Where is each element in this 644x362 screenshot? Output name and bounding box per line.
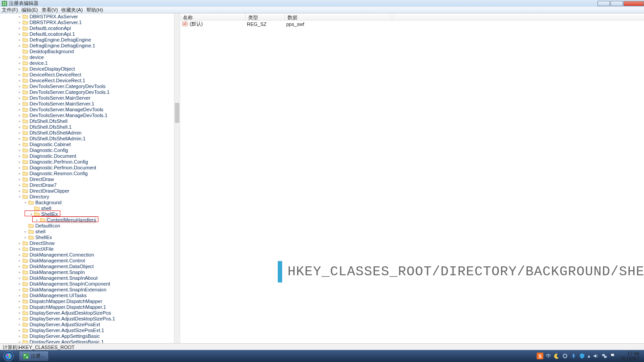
expand-toggle-icon[interactable]: ▹ xyxy=(17,264,22,269)
tree-node[interactable]: DefaultIcon xyxy=(0,223,174,228)
mic-icon[interactable] xyxy=(571,353,576,359)
value-row[interactable]: ab (默认) REG_SZ pps_swf xyxy=(180,21,644,27)
expand-toggle-icon[interactable]: ▹ xyxy=(17,43,22,48)
expand-toggle-icon[interactable]: ▹ xyxy=(17,177,22,181)
tree-node[interactable]: ▹DefragEngine.DefragEngine xyxy=(0,37,174,42)
tree-node[interactable]: ▹Diagnostic.Config xyxy=(0,147,174,153)
expand-toggle-icon[interactable]: ▿ xyxy=(17,194,22,199)
expand-toggle-icon[interactable]: ▹ xyxy=(17,38,22,42)
expand-toggle-icon[interactable]: ▹ xyxy=(17,142,22,147)
tree-node[interactable]: ▹Diagnostic.Perfmon.Config xyxy=(0,159,174,164)
tree-node[interactable]: ▹shell xyxy=(0,228,174,234)
expand-toggle-icon[interactable]: ▹ xyxy=(17,270,22,274)
expand-toggle-icon[interactable]: ▹ xyxy=(17,113,22,118)
tree-node[interactable]: ▹DiskManagement.SnapInExtension xyxy=(0,286,174,292)
expand-toggle-icon[interactable]: ▹ xyxy=(17,84,22,88)
tree-node[interactable]: ▹DirectDrawClipper xyxy=(0,188,174,194)
tree-scrollbar[interactable] xyxy=(174,13,180,343)
expand-toggle-icon[interactable]: ▹ xyxy=(17,165,22,170)
tree-node[interactable]: ▹DiskManagement.DataObject xyxy=(0,263,174,269)
tree-node[interactable]: ▹DiskManagement.SnapIn xyxy=(0,269,174,275)
tree-node[interactable]: ▹DeviceRect.DeviceRect xyxy=(0,72,174,77)
registry-tree[interactable]: ▹DBRSTPRX.AsServer▹DBRSTPRX.AsServer.1▹D… xyxy=(0,13,174,343)
expand-toggle-icon[interactable]: ▹ xyxy=(17,247,22,251)
expand-toggle-icon[interactable]: ▹ xyxy=(17,282,22,286)
menu-help[interactable]: 帮助(H) xyxy=(86,7,103,13)
shield-icon[interactable] xyxy=(579,353,585,359)
expand-toggle-icon[interactable]: ▹ xyxy=(17,299,22,303)
ime-mode-icon[interactable]: 中 xyxy=(546,353,551,359)
expand-toggle-icon[interactable]: ▹ xyxy=(17,26,22,30)
tree-node[interactable]: ▹DevToolsServer.MainServer.1 xyxy=(0,101,174,106)
expand-toggle-icon[interactable]: ▹ xyxy=(17,67,22,71)
menu-favorites[interactable]: 收藏夹(A) xyxy=(61,7,83,13)
tree-node[interactable]: ▹DirectDraw xyxy=(0,176,174,182)
tree-node[interactable]: ▹DevToolsServer.ManageDevTools xyxy=(0,106,174,112)
tree-node[interactable]: ▹DefaultLocationApi.1 xyxy=(0,31,174,37)
tree-node[interactable]: ▹DiskManagement.SnapInComponent xyxy=(0,281,174,286)
expand-toggle-icon[interactable]: ▹ xyxy=(17,72,22,77)
tree-node[interactable]: ▹DisplayServer.AppSettingsBasic xyxy=(0,333,174,339)
col-name[interactable]: 名称 xyxy=(180,13,246,20)
expand-toggle-icon[interactable]: ▹ xyxy=(17,20,22,25)
tree-node[interactable]: ▹ContextMenuHandlers xyxy=(0,217,174,223)
tree-node[interactable]: ▹DisplayServer.AdjustDesktopSizePos xyxy=(0,310,174,316)
tree-node[interactable]: ▹DBRSTPRX.AsServer xyxy=(0,13,174,19)
settings-icon[interactable] xyxy=(562,353,568,359)
maximize-button[interactable] xyxy=(610,1,623,6)
tree-node[interactable]: ▹Diagnostic.Document xyxy=(0,153,174,159)
expand-toggle-icon[interactable]: ▹ xyxy=(17,107,22,112)
expand-toggle-icon[interactable]: ▹ xyxy=(17,125,22,129)
tree-node[interactable]: ▹Diagnostic.Cabinet xyxy=(0,141,174,147)
expand-toggle-icon[interactable]: ▹ xyxy=(17,241,22,245)
expand-toggle-icon[interactable]: ▹ xyxy=(17,136,22,141)
tree-node[interactable]: ▹DevToolsServer.CategoryDevTools xyxy=(0,83,174,89)
tree-node[interactable]: ▹DeviceDisplayObject xyxy=(0,66,174,72)
expand-toggle-icon[interactable]: ▹ xyxy=(17,32,22,36)
network-icon[interactable] xyxy=(602,353,607,359)
tree-node[interactable]: ▹DfsShell.DfsShellAdmin.1 xyxy=(0,135,174,141)
tree-node[interactable]: ▹DefragEngine.DefragEngine.1 xyxy=(0,42,174,48)
expand-toggle-icon[interactable]: ▹ xyxy=(17,293,22,298)
tree-node[interactable]: ▹Diagnostic.Resmon.Config xyxy=(0,170,174,176)
tree-node[interactable]: ▹DfsShell.DfsShell xyxy=(0,118,174,124)
expand-toggle-icon[interactable]: ▹ xyxy=(17,160,22,164)
tree-node[interactable]: ▹DirectXFile xyxy=(0,246,174,252)
expand-toggle-icon[interactable]: ▹ xyxy=(17,311,22,315)
expand-toggle-icon[interactable]: ▹ xyxy=(17,148,22,152)
tree-node[interactable]: ▹DiskManagement.UITasks xyxy=(0,292,174,298)
menu-edit[interactable]: 编辑(E) xyxy=(21,7,38,13)
ime-sogou-icon[interactable]: S xyxy=(537,353,543,359)
tree-node[interactable]: ▿Background xyxy=(0,199,174,205)
tree-node[interactable]: ▹DisplayServer.AdjustSizePosExt.1 xyxy=(0,327,174,333)
tree-node[interactable]: ▹DfsShell.DfsShellAdmin xyxy=(0,130,174,135)
expand-toggle-icon[interactable]: ▹ xyxy=(17,96,22,100)
tree-node[interactable]: ▹DisplayServer.AppSettingsBasic.1 xyxy=(0,339,174,343)
tree-node[interactable]: ▹DevToolsServer.MainServer xyxy=(0,95,174,101)
expand-toggle-icon[interactable]: ▹ xyxy=(17,61,22,65)
tree-node[interactable]: ▹DefaultLocationApi xyxy=(0,25,174,31)
expand-toggle-icon[interactable]: ▹ xyxy=(17,90,22,94)
tree-node[interactable]: ▿Directory xyxy=(0,194,174,199)
tree-node[interactable]: ▿ShellEx xyxy=(0,211,174,217)
expand-toggle-icon[interactable]: ▹ xyxy=(17,154,22,158)
col-data[interactable]: 数据 xyxy=(285,13,392,20)
expand-toggle-icon[interactable]: ▹ xyxy=(17,253,22,257)
tree-node[interactable]: DesktopBackground xyxy=(0,48,174,54)
expand-toggle-icon[interactable]: ▹ xyxy=(17,328,22,333)
tree-node[interactable]: ▹DiskManagement.Control xyxy=(0,257,174,263)
expand-toggle-icon[interactable]: ▹ xyxy=(17,183,22,187)
taskbar-app-regedit[interactable]: 注册... xyxy=(19,351,49,361)
expand-toggle-icon[interactable]: ▹ xyxy=(17,316,22,321)
close-button[interactable] xyxy=(623,1,644,6)
expand-toggle-icon[interactable]: ▹ xyxy=(23,229,28,234)
taskbar-clock[interactable]: 17:46 2019/9/7 xyxy=(619,351,641,361)
expand-toggle-icon[interactable]: ▹ xyxy=(23,235,28,240)
menu-view[interactable]: 查看(V) xyxy=(42,7,58,13)
expand-toggle-icon[interactable]: ▹ xyxy=(17,130,22,135)
expand-toggle-icon[interactable]: ▹ xyxy=(17,101,22,106)
tree-node[interactable]: ▹DisplayServer.AdjustSizePosExt xyxy=(0,321,174,327)
expand-toggle-icon[interactable]: ▿ xyxy=(23,200,28,205)
expand-toggle-icon[interactable]: ▹ xyxy=(17,287,22,292)
tree-node[interactable]: ▹DevToolsServer.ManageDevTools.1 xyxy=(0,112,174,118)
